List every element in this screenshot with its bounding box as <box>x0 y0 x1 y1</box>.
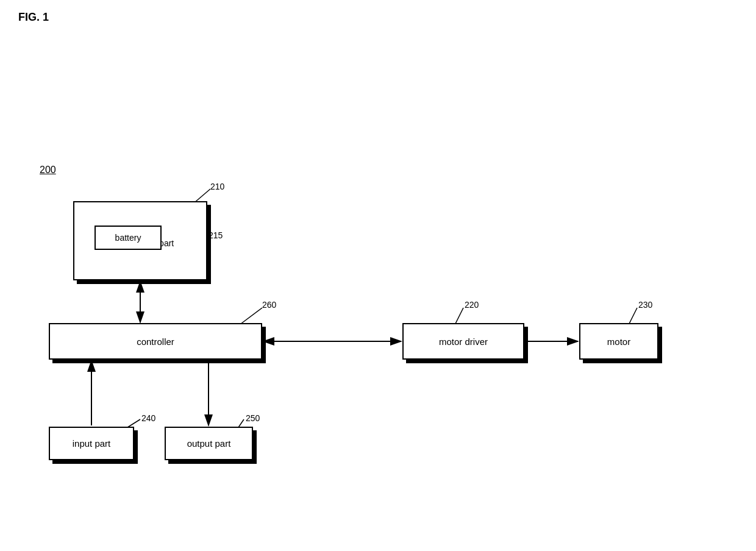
motor-driver-box: motor driver <box>402 323 524 360</box>
ref-230: 230 <box>638 300 652 310</box>
motor-label: motor <box>607 336 630 347</box>
ref-250: 250 <box>246 413 260 423</box>
fig-label: FIG. 1 <box>18 11 49 24</box>
input-part-box: input part <box>49 427 134 460</box>
ref-200: 200 <box>40 165 56 176</box>
controller-label: controller <box>137 336 174 347</box>
ref-210: 210 <box>210 182 224 191</box>
ref-215: 215 <box>209 230 223 240</box>
ref-240: 240 <box>141 413 155 423</box>
motor-box: motor <box>579 323 658 360</box>
ref-220: 220 <box>465 300 479 310</box>
diagram-container: FIG. 1 200 <box>0 0 756 551</box>
controller-box: controller <box>49 323 262 360</box>
output-part-label: output part <box>187 438 231 449</box>
battery-box: battery <box>94 226 162 250</box>
input-part-label: input part <box>73 438 111 449</box>
ref-260: 260 <box>262 300 276 310</box>
battery-label: battery <box>115 233 141 243</box>
motor-driver-label: motor driver <box>439 336 488 347</box>
output-part-box: output part <box>165 427 253 460</box>
